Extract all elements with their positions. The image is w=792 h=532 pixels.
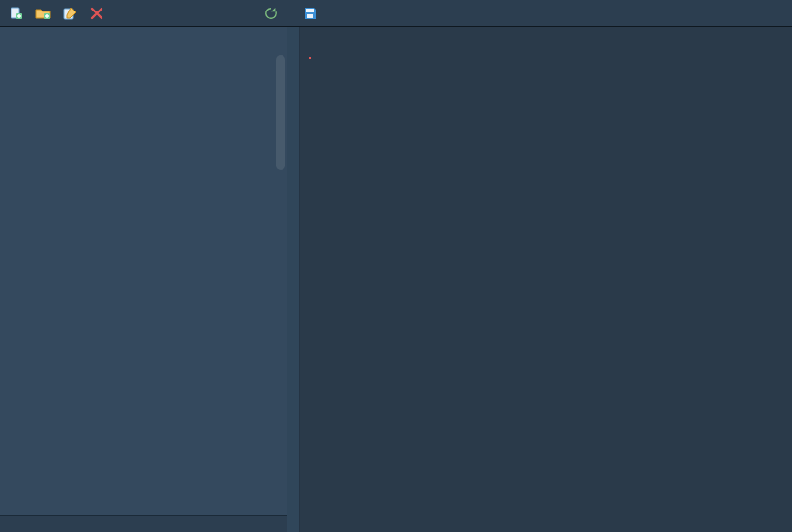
svg-rect-5 (307, 14, 313, 18)
status-bar (0, 515, 287, 532)
line-gutter (287, 27, 300, 532)
file-toolbar (0, 0, 287, 26)
main-area (0, 27, 792, 532)
sidebar-scrollbar[interactable] (276, 55, 285, 170)
highlight-box (309, 57, 311, 59)
editor-toolbar (287, 0, 792, 26)
svg-rect-4 (306, 9, 314, 12)
file-explorer (0, 27, 287, 532)
delete-button[interactable] (86, 3, 107, 24)
rename-button[interactable] (59, 3, 80, 24)
refresh-button[interactable] (260, 3, 282, 24)
code-editor[interactable] (287, 27, 792, 532)
save-button[interactable] (293, 4, 337, 23)
new-file-button[interactable] (6, 3, 27, 24)
top-toolbars (0, 0, 792, 27)
file-tree[interactable] (0, 27, 287, 515)
save-icon (303, 6, 318, 21)
new-folder-button[interactable] (33, 3, 54, 24)
code-content[interactable] (300, 27, 792, 532)
